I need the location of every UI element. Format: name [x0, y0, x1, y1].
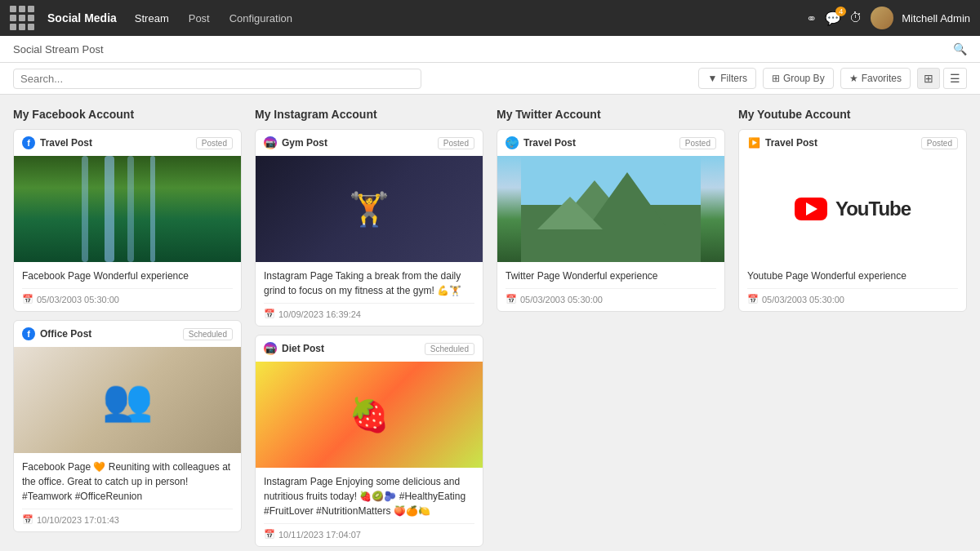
kanban-view-button[interactable]: ⊞ — [917, 68, 940, 89]
clock-icon[interactable]: ⏱ — [849, 11, 862, 25]
card-ig-diet-date: 📅 10/11/2023 17:04:07 — [264, 523, 474, 540]
card-yt-travel-image: YouTube — [739, 156, 966, 262]
card-fb-office-title: Office Post — [40, 328, 91, 340]
card-yt-travel-date: 📅 05/03/2003 05:30:00 — [747, 288, 958, 304]
card-fb-travel-body: Facebook Page Wonderful experience 📅 05/… — [14, 262, 241, 311]
card-fb-office-image: 👥 — [14, 347, 241, 453]
search-icon-top[interactable]: 🔍 — [953, 42, 967, 56]
filters-button[interactable]: ▼ Filters — [698, 68, 756, 89]
search-input[interactable] — [20, 73, 414, 85]
instagram-icon: 📷 — [264, 136, 277, 149]
top-navigation: Social Media Stream Post Configuration ⚭… — [0, 0, 980, 36]
card-tw-travel-badge: Posted — [679, 137, 716, 149]
breadcrumb: Social Stream Post — [13, 43, 104, 56]
group-icon: ⊞ — [772, 73, 780, 84]
calendar-icon-4: 📅 — [264, 529, 275, 540]
group-by-button[interactable]: ⊞ Group By — [763, 68, 834, 89]
youtube-icon: ▶️ — [747, 136, 760, 149]
card-tw-travel-body: Twitter Page Wonderful experience 📅 05/0… — [497, 262, 724, 311]
card-fb-office[interactable]: f Office Post Scheduled 👥 Facebook Page … — [13, 320, 242, 532]
card-ig-diet-title: Diet Post — [282, 343, 324, 354]
card-fb-travel-header: f Travel Post Posted — [14, 130, 241, 156]
card-tw-travel-desc: Twitter Page Wonderful experience — [506, 269, 716, 283]
column-header-youtube: My Youtube Account — [738, 108, 967, 121]
avatar[interactable] — [871, 7, 893, 29]
column-instagram: My Instagram Account 📷 Gym Post Posted 🏋… — [255, 108, 483, 551]
calendar-icon-6: 📅 — [747, 294, 759, 304]
card-ig-gym-title: Gym Post — [282, 137, 327, 149]
card-yt-travel-title: Travel Post — [765, 137, 817, 149]
card-tw-travel[interactable]: 🐦 Travel Post Posted Twitter Page Wonder… — [497, 129, 725, 312]
twitter-icon: 🐦 — [506, 136, 519, 149]
card-ig-diet-body: Instagram Page Enjoying some delicious a… — [256, 468, 483, 546]
card-ig-diet[interactable]: 📷 Diet Post Scheduled 🍓 Instagram Page E… — [255, 335, 483, 547]
youtube-play-icon — [795, 198, 827, 220]
kanban-board: My Facebook Account f Travel Post Posted… — [0, 95, 980, 551]
menu-item-post[interactable]: Post — [184, 9, 215, 28]
breadcrumb-bar: Social Stream Post 🔍 — [0, 36, 980, 63]
column-header-instagram: My Instagram Account — [255, 108, 483, 121]
card-yt-travel-header: ▶️ Travel Post Posted — [739, 130, 966, 156]
menu-item-configuration[interactable]: Configuration — [225, 9, 297, 28]
card-fb-office-date: 📅 10/10/2023 17:01:43 — [22, 509, 233, 525]
card-fb-travel-badge: Posted — [196, 137, 233, 149]
card-yt-travel-body: Youtube Page Wonderful experience 📅 05/0… — [739, 262, 966, 311]
column-youtube: My Youtube Account ▶️ Travel Post Posted… — [738, 108, 967, 551]
card-tw-travel-header: 🐦 Travel Post Posted — [497, 130, 724, 156]
card-tw-travel-date: 📅 05/03/2003 05:30:00 — [506, 288, 716, 304]
user-name[interactable]: Mitchell Admin — [902, 12, 970, 24]
youtube-wordmark: YouTube — [835, 198, 911, 220]
star-icon: ★ — [849, 73, 858, 84]
card-fb-travel[interactable]: f Travel Post Posted Facebook Page Wonde… — [13, 129, 242, 312]
card-tw-travel-image — [497, 156, 724, 262]
search-box[interactable] — [13, 69, 421, 89]
top-menu: Stream Post Configuration — [130, 9, 297, 28]
calendar-icon-2: 📅 — [22, 514, 33, 525]
card-ig-gym-header: 📷 Gym Post Posted — [256, 130, 483, 156]
card-ig-gym-badge: Posted — [438, 137, 474, 149]
favorites-button[interactable]: ★ Favorites — [840, 68, 911, 89]
instagram-icon-2: 📷 — [264, 342, 277, 355]
card-fb-travel-desc: Facebook Page Wonderful experience — [22, 269, 233, 283]
chat-icon[interactable]: 💬 4 — [825, 11, 841, 26]
view-toggle: ⊞ ☰ — [917, 68, 967, 89]
column-facebook: My Facebook Account f Travel Post Posted… — [13, 108, 242, 551]
search-toolbar: ▼ Filters ⊞ Group By ★ Favorites ⊞ ☰ — [0, 63, 980, 95]
card-yt-travel[interactable]: ▶️ Travel Post Posted YouTube Youtube Pa… — [738, 129, 967, 312]
list-view-button[interactable]: ☰ — [943, 68, 967, 89]
card-ig-gym-body: Instagram Page Taking a break from the d… — [256, 262, 483, 326]
card-ig-gym-desc: Instagram Page Taking a break from the d… — [264, 269, 474, 298]
card-fb-travel-title: Travel Post — [40, 137, 92, 149]
card-yt-travel-desc: Youtube Page Wonderful experience — [747, 269, 958, 283]
card-fb-travel-image — [14, 156, 241, 262]
card-fb-travel-date: 📅 05/03/2003 05:30:00 — [22, 288, 233, 304]
facebook-icon-2: f — [22, 327, 35, 340]
nav-icons: ⚭ 💬 4 ⏱ Mitchell Admin — [806, 7, 970, 29]
card-fb-office-badge: Scheduled — [183, 328, 233, 340]
calendar-icon-3: 📅 — [264, 309, 275, 319]
card-tw-travel-title: Travel Post — [523, 137, 576, 149]
card-ig-gym-image: 🏋️ — [256, 156, 483, 262]
menu-item-stream[interactable]: Stream — [130, 9, 174, 28]
calendar-icon: 📅 — [22, 294, 33, 304]
card-ig-diet-desc: Instagram Page Enjoying some delicious a… — [264, 474, 474, 518]
card-fb-office-body: Facebook Page 🧡 Reuniting with colleague… — [14, 453, 241, 531]
column-header-facebook: My Facebook Account — [13, 108, 242, 121]
calendar-icon-5: 📅 — [506, 294, 517, 304]
card-ig-diet-header: 📷 Diet Post Scheduled — [256, 335, 483, 362]
card-fb-office-header: f Office Post Scheduled — [14, 321, 241, 347]
card-ig-gym[interactable]: 📷 Gym Post Posted 🏋️ Instagram Page Taki… — [255, 129, 483, 327]
brand-name: Social Media — [47, 11, 117, 24]
card-yt-travel-badge: Posted — [921, 137, 958, 149]
app-grid-icon[interactable] — [10, 6, 34, 30]
column-twitter: My Twitter Account 🐦 Travel Post Posted — [497, 108, 725, 551]
column-header-twitter: My Twitter Account — [497, 108, 725, 121]
card-ig-gym-date: 📅 10/09/2023 16:39:24 — [264, 303, 474, 319]
card-fb-office-desc: Facebook Page 🧡 Reuniting with colleague… — [22, 460, 233, 504]
network-icon[interactable]: ⚭ — [806, 11, 817, 26]
card-ig-diet-image: 🍓 — [256, 362, 483, 468]
filter-icon: ▼ — [707, 73, 717, 84]
card-ig-diet-badge: Scheduled — [425, 343, 474, 355]
facebook-icon: f — [22, 136, 35, 149]
chat-badge: 4 — [835, 7, 846, 16]
